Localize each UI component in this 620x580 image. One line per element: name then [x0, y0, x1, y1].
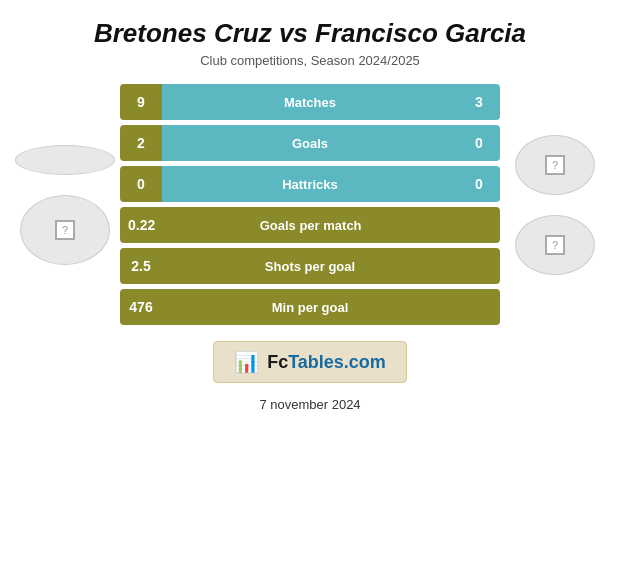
right-avatar-bottom-placeholder: ? [545, 235, 565, 255]
right-avatar-bottom: ? [515, 215, 595, 275]
stat-right-goals: 0 [458, 125, 500, 161]
stat-row-goals-per-match: 0.22 Goals per match [120, 207, 500, 243]
stat-left-shots-per-goal: 2.5 [120, 248, 162, 284]
stat-left-matches: 9 [120, 84, 162, 120]
stat-right-shots-per-goal [458, 248, 500, 284]
left-player-avatars: ? [10, 145, 120, 265]
main-content: ? 9 Matches 3 2 Goals 0 0 Hattricks 0 [0, 74, 620, 325]
stat-left-goals-per-match: 0.22 [120, 207, 163, 243]
page: Bretones Cruz vs Francisco Garcia Club c… [0, 0, 620, 580]
logo-text-plain: Fc [267, 352, 288, 372]
logo-icon: 📊 [234, 350, 259, 374]
stat-left-min-per-goal: 476 [120, 289, 162, 325]
stat-left-goals: 2 [120, 125, 162, 161]
stat-row-hattricks: 0 Hattricks 0 [120, 166, 500, 202]
stat-label-goals: Goals [162, 125, 458, 161]
right-player-avatars: ? ? [500, 135, 610, 275]
left-avatar-main: ? [20, 195, 110, 265]
left-avatar-top [15, 145, 115, 175]
page-subtitle: Club competitions, Season 2024/2025 [94, 53, 526, 68]
stat-label-matches: Matches [162, 84, 458, 120]
stat-row-shots-per-goal: 2.5 Shots per goal [120, 248, 500, 284]
stat-label-hattricks: Hattricks [162, 166, 458, 202]
stat-row-min-per-goal: 476 Min per goal [120, 289, 500, 325]
stat-row-matches: 9 Matches 3 [120, 84, 500, 120]
page-title: Bretones Cruz vs Francisco Garcia [94, 18, 526, 49]
header: Bretones Cruz vs Francisco Garcia Club c… [74, 0, 546, 74]
stat-label-goals-per-match: Goals per match [163, 207, 458, 243]
stat-right-goals-per-match [458, 207, 500, 243]
stat-label-min-per-goal: Min per goal [162, 289, 458, 325]
stat-right-min-per-goal [458, 289, 500, 325]
logo-text: FcTables.com [267, 352, 386, 373]
stat-right-matches: 3 [458, 84, 500, 120]
stat-row-goals: 2 Goals 0 [120, 125, 500, 161]
logo-area: 📊 FcTables.com [213, 341, 407, 383]
footer-date: 7 november 2024 [259, 397, 360, 412]
logo-text-colored: Tables.com [288, 352, 386, 372]
stat-right-hattricks: 0 [458, 166, 500, 202]
right-avatar-top: ? [515, 135, 595, 195]
stat-left-hattricks: 0 [120, 166, 162, 202]
stat-label-shots-per-goal: Shots per goal [162, 248, 458, 284]
right-avatar-top-placeholder: ? [545, 155, 565, 175]
left-avatar-placeholder: ? [55, 220, 75, 240]
stats-container: 9 Matches 3 2 Goals 0 0 Hattricks 0 0.22… [120, 84, 500, 325]
